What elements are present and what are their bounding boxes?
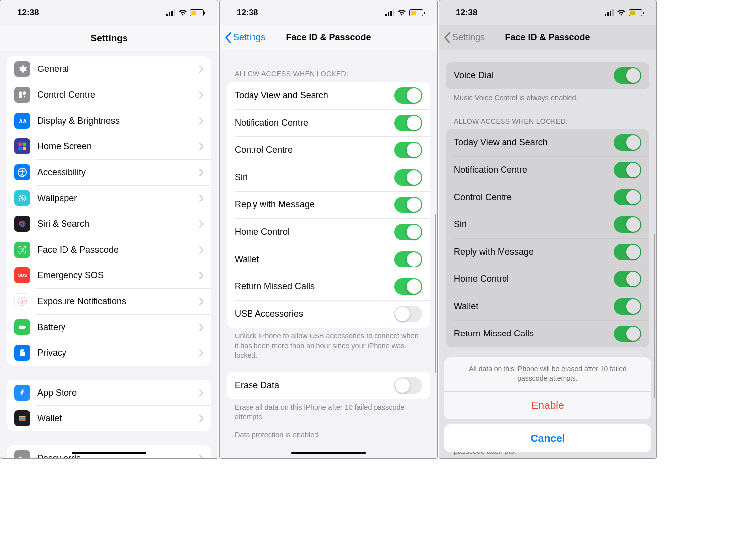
status-bar: 12:38 xyxy=(439,0,656,25)
row-wallet[interactable]: Wallet xyxy=(446,293,649,320)
toggle-reply-message[interactable] xyxy=(394,197,422,213)
toggle-notification-centre[interactable] xyxy=(614,162,641,178)
toggle-control-centre[interactable] xyxy=(614,189,641,205)
chevron-right-icon xyxy=(199,195,204,202)
row-label: Reply with Message xyxy=(235,200,315,210)
status-icons xyxy=(605,9,642,16)
cellular-icon xyxy=(605,9,614,16)
toggle-wallet[interactable] xyxy=(614,298,641,315)
toggle-voice-dial[interactable] xyxy=(614,67,641,84)
row-display-brightness[interactable]: AADisplay & Brightness xyxy=(7,108,211,134)
row-siri[interactable]: Siri xyxy=(227,164,430,191)
row-label: Wallet xyxy=(454,301,478,312)
svg-rect-22 xyxy=(19,326,25,329)
faceid-passcode-icon xyxy=(14,242,30,258)
privacy-icon xyxy=(14,345,30,361)
home-indicator[interactable] xyxy=(72,452,146,454)
row-label: USB Accessories xyxy=(235,309,303,319)
row-return-missed[interactable]: Return Missed Calls xyxy=(446,320,649,347)
row-home-control[interactable]: Home Control xyxy=(446,266,649,293)
row-today-view[interactable]: Today View and Search xyxy=(446,129,649,156)
row-label: Face ID & Passcode xyxy=(37,245,199,255)
row-label: Home Screen xyxy=(37,141,199,152)
row-control-centre[interactable]: Control Centre xyxy=(446,184,649,211)
back-label: Settings xyxy=(452,32,485,43)
row-siri[interactable]: Siri xyxy=(446,211,649,238)
row-exposure-notifications[interactable]: Exposure Notifications xyxy=(7,288,211,314)
row-control-centre[interactable]: Control Centre xyxy=(7,82,211,108)
row-general[interactable]: General xyxy=(7,56,211,82)
row-siri-search[interactable]: Siri & Search xyxy=(7,211,211,237)
row-notification-centre[interactable]: Notification Centre xyxy=(446,156,649,184)
row-control-centre[interactable]: Control Centre xyxy=(227,136,430,164)
row-home-screen[interactable]: Home Screen xyxy=(7,134,211,159)
row-today-view[interactable]: Today View and Search xyxy=(227,82,430,109)
voice-footer-text: Music Voice Control is always enabled. xyxy=(439,89,656,114)
row-app-store[interactable]: App Store xyxy=(7,380,211,405)
back-button[interactable]: Settings xyxy=(225,25,265,50)
action-sheet-erase: All data on this iPhone will be erased a… xyxy=(444,357,651,452)
home-indicator[interactable] xyxy=(291,452,366,454)
toggle-erase-data[interactable] xyxy=(394,377,422,394)
row-label: Wallet xyxy=(235,254,259,265)
toggle-notification-centre[interactable] xyxy=(394,115,422,131)
scrollbar[interactable] xyxy=(654,234,655,398)
toggle-wallet[interactable] xyxy=(394,251,422,268)
row-label: Wallpaper xyxy=(37,193,199,203)
svg-point-2 xyxy=(24,96,25,98)
nav-bar: Settings Face ID & Passcode xyxy=(220,25,437,50)
toggle-return-missed[interactable] xyxy=(614,326,641,342)
row-label: Siri xyxy=(454,219,467,230)
cancel-button[interactable]: Cancel xyxy=(444,424,651,452)
row-emergency-sos[interactable]: SOSEmergency SOS xyxy=(7,263,211,288)
row-wallet[interactable]: Wallet xyxy=(227,246,430,273)
chevron-right-icon xyxy=(199,169,204,176)
svg-rect-7 xyxy=(23,147,26,150)
row-accessibility[interactable]: Accessibility xyxy=(7,159,211,185)
back-button[interactable]: Settings xyxy=(444,25,485,50)
toggle-return-missed[interactable] xyxy=(394,278,422,295)
general-icon xyxy=(14,61,30,77)
row-label: Siri & Search xyxy=(37,219,199,229)
battery-icon xyxy=(190,9,204,16)
scrollbar[interactable] xyxy=(435,214,436,373)
row-label: Today View and Search xyxy=(235,90,328,101)
row-wallet[interactable]: Wallet xyxy=(7,405,211,431)
row-reply-message[interactable]: Reply with Message xyxy=(446,238,649,266)
chevron-right-icon xyxy=(199,389,204,397)
toggle-usb-accessories[interactable] xyxy=(394,306,422,322)
toggle-siri[interactable] xyxy=(394,169,422,186)
row-notification-centre[interactable]: Notification Centre xyxy=(227,109,430,136)
row-faceid-passcode[interactable]: Face ID & Passcode xyxy=(7,237,211,263)
row-wallpaper[interactable]: Wallpaper xyxy=(7,185,211,211)
row-usb-accessories[interactable]: USB Accessories xyxy=(227,300,430,328)
row-battery[interactable]: Battery xyxy=(7,314,211,340)
enable-button[interactable]: Enable xyxy=(444,391,651,419)
svg-point-9 xyxy=(21,169,23,171)
passwords-icon xyxy=(14,450,30,458)
cellular-icon xyxy=(166,9,175,16)
row-home-control[interactable]: Home Control xyxy=(227,218,430,246)
row-voice-dial[interactable]: Voice Dial xyxy=(446,62,649,89)
wifi-icon xyxy=(178,9,187,16)
wallet-icon xyxy=(14,410,30,426)
toggle-today-view[interactable] xyxy=(614,134,641,151)
row-return-missed[interactable]: Return Missed Calls xyxy=(227,273,430,300)
svg-rect-25 xyxy=(19,416,25,417)
page-title: Settings xyxy=(91,33,128,44)
row-label: Today View and Search xyxy=(454,137,548,148)
display-brightness-icon: AA xyxy=(14,113,30,129)
section-header-allow-access: ALLOW ACCESS WHEN LOCKED: xyxy=(220,67,437,82)
toggle-today-view[interactable] xyxy=(394,87,422,104)
toggle-siri[interactable] xyxy=(614,216,641,233)
chevron-right-icon xyxy=(199,415,204,422)
row-label: Return Missed Calls xyxy=(454,329,534,339)
row-erase-data[interactable]: Erase Data xyxy=(227,372,430,399)
toggle-home-control[interactable] xyxy=(394,224,422,240)
row-privacy[interactable]: Privacy xyxy=(7,340,211,366)
emergency-sos-icon: SOS xyxy=(14,268,30,283)
toggle-control-centre[interactable] xyxy=(394,142,422,158)
row-reply-message[interactable]: Reply with Message xyxy=(227,191,430,218)
toggle-home-control[interactable] xyxy=(614,271,641,287)
toggle-reply-message[interactable] xyxy=(614,244,641,260)
